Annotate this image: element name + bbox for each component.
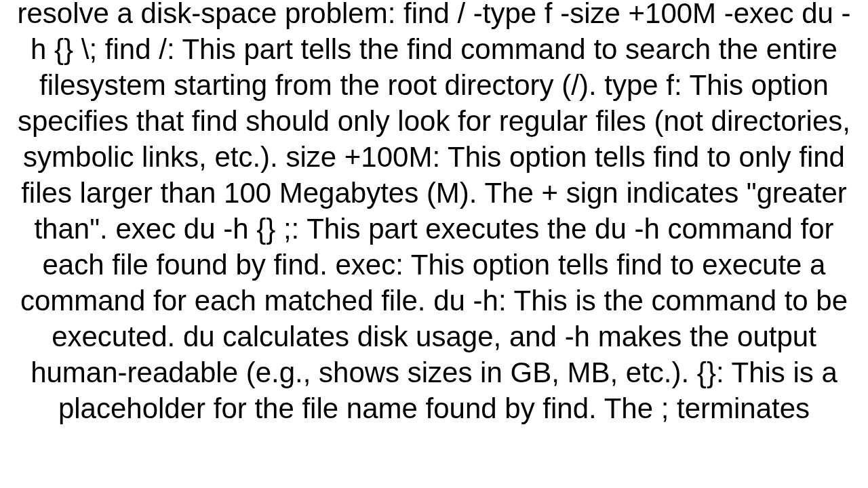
document-body-text: bigger than a certain size. For me, this… <box>0 0 868 426</box>
